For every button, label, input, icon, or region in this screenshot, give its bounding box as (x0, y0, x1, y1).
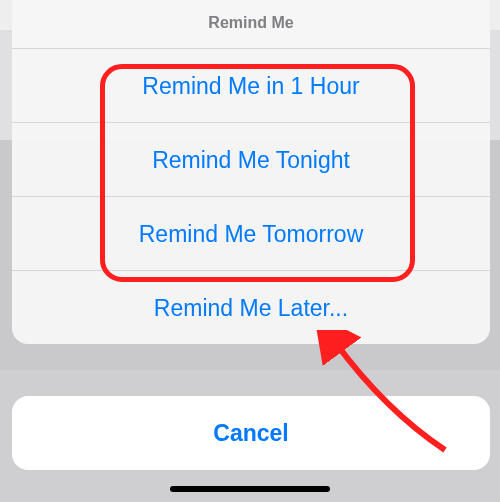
action-sheet: Remind Me Remind Me in 1 Hour Remind Me … (12, 0, 490, 344)
option-remind-1-hour[interactable]: Remind Me in 1 Hour (12, 48, 490, 122)
option-remind-tomorrow[interactable]: Remind Me Tomorrow (12, 196, 490, 270)
sheet-title: Remind Me (12, 0, 490, 48)
option-remind-later[interactable]: Remind Me Later... (12, 270, 490, 344)
cancel-button[interactable]: Cancel (12, 396, 490, 470)
home-indicator (170, 486, 330, 492)
option-remind-tonight[interactable]: Remind Me Tonight (12, 122, 490, 196)
